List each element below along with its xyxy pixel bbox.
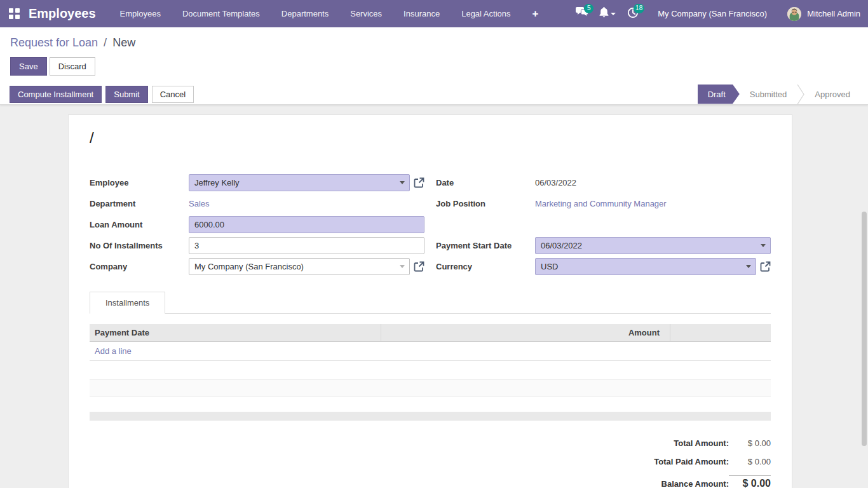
external-link-icon[interactable]: [414, 261, 424, 272]
payment-start-date-input[interactable]: [535, 237, 771, 254]
column-header-amount[interactable]: Amount: [381, 324, 670, 341]
total-amount-label: Total Amount:: [674, 438, 729, 448]
notebook: Installments Payment Date Amount Add a l…: [90, 292, 771, 421]
breadcrumb-parent-link[interactable]: Request for Loan: [10, 36, 98, 49]
breadcrumb: Request for Loan / New: [10, 36, 858, 50]
form-statusbar: Compute Installment Submit Cancel Draft …: [0, 84, 868, 105]
balance-amount-label: Balance Amount:: [661, 479, 729, 488]
nav-item-departments[interactable]: Departments: [281, 9, 329, 18]
field-department: Department Sales: [90, 193, 424, 214]
installments-count-label: No Of Installments: [90, 241, 189, 250]
currency-label: Currency: [436, 262, 535, 271]
department-label: Department: [90, 199, 189, 208]
company-label: Company: [90, 262, 189, 271]
app-name[interactable]: Employees: [29, 6, 96, 21]
total-paid-amount-label: Total Paid Amount:: [654, 457, 729, 466]
field-date: Date 06/03/2022: [436, 172, 771, 193]
loan-amount-label: Loan Amount: [90, 220, 189, 229]
save-button[interactable]: Save: [10, 57, 47, 76]
field-employee: Employee: [90, 172, 424, 193]
cancel-button[interactable]: Cancel: [152, 86, 194, 103]
total-amount-value: $ 0.00: [729, 438, 771, 448]
installments-count-input[interactable]: [189, 237, 424, 254]
compute-installment-button[interactable]: Compute Installment: [10, 86, 102, 103]
field-job-position: Job Position Marketing and Community Man…: [436, 193, 771, 214]
top-navbar: Employees Employees Document Templates D…: [0, 0, 868, 27]
messages-badge: 5: [584, 4, 593, 13]
installments-table: Payment Date Amount Add a line: [90, 324, 771, 421]
nav-menus: Employees Document Templates Departments…: [120, 9, 511, 18]
nav-add-menu-button[interactable]: +: [532, 8, 539, 20]
record-name[interactable]: /: [90, 129, 771, 147]
employee-input[interactable]: [189, 174, 410, 191]
status-step-approved[interactable]: Approved: [804, 85, 860, 104]
nav-item-document-templates[interactable]: Document Templates: [182, 9, 260, 18]
breadcrumb-separator: /: [104, 36, 107, 49]
job-position-label: Job Position: [436, 199, 535, 208]
external-link-icon[interactable]: [414, 177, 424, 188]
form-left-column: Employee: [90, 172, 424, 277]
status-pipeline: Draft Submitted Approved: [698, 85, 860, 104]
loan-amount-input[interactable]: [189, 216, 424, 233]
total-paid-amount-value: $ 0.00: [729, 457, 771, 466]
table-header-row: Payment Date Amount: [90, 324, 771, 342]
total-paid-amount-row: Total Paid Amount: $ 0.00: [90, 457, 771, 466]
field-currency: Currency: [436, 256, 771, 277]
user-avatar: [787, 7, 801, 21]
breadcrumb-current: New: [112, 36, 135, 49]
employee-label: Employee: [90, 178, 189, 187]
discard-button[interactable]: Discard: [50, 57, 95, 76]
department-value-link[interactable]: Sales: [189, 199, 210, 208]
nav-item-services[interactable]: Services: [350, 9, 382, 18]
empty-stripe-row: [90, 379, 771, 397]
field-loan-amount: Loan Amount: [90, 214, 424, 235]
column-header-trailing: [670, 324, 771, 341]
add-a-line-link[interactable]: Add a line: [95, 346, 132, 356]
activities-button[interactable]: 18: [623, 4, 642, 24]
form-sheet: / Employee: [68, 114, 792, 488]
user-name: Mitchell Admin: [807, 9, 860, 18]
column-header-payment-date[interactable]: Payment Date: [90, 324, 381, 341]
company-switcher[interactable]: My Company (San Francisco): [658, 9, 767, 18]
balance-amount-value: $ 0.00: [729, 475, 771, 488]
submit-button[interactable]: Submit: [105, 86, 147, 103]
chevron-right-icon: [797, 85, 804, 104]
nav-item-legal-actions[interactable]: Legal Actions: [461, 9, 510, 18]
messages-button[interactable]: 5: [573, 4, 592, 24]
field-installments-count: No Of Installments: [90, 235, 424, 256]
content-area: / Employee: [0, 105, 868, 488]
vertical-scrollbar[interactable]: [862, 212, 867, 446]
status-step-submitted[interactable]: Submitted: [740, 85, 797, 104]
table-gap: [90, 397, 771, 412]
job-position-value-link[interactable]: Marketing and Community Manager: [535, 199, 667, 208]
tab-installments[interactable]: Installments: [90, 292, 165, 314]
record-action-buttons: Save Discard: [10, 57, 858, 76]
user-menu[interactable]: Mitchell Admin: [787, 7, 860, 21]
tab-bar: Installments: [90, 292, 771, 314]
form-fields: Employee: [90, 172, 771, 277]
bell-icon: [599, 7, 609, 20]
totals-section: Total Amount: $ 0.00 Total Paid Amount: …: [90, 438, 771, 488]
nav-right-section: 5 18 My Company (San Francisco): [573, 4, 860, 24]
nav-item-employees[interactable]: Employees: [120, 9, 161, 18]
form-right-column: Date 06/03/2022 Job Position Marketing a…: [436, 172, 771, 277]
company-input[interactable]: [189, 258, 410, 275]
nav-item-insurance[interactable]: Insurance: [403, 9, 440, 18]
apps-grid-icon[interactable]: [9, 8, 20, 19]
table-gap: [90, 361, 771, 379]
notifications-button[interactable]: [598, 4, 617, 24]
field-payment-start-date: Payment Start Date: [436, 235, 771, 256]
total-amount-row: Total Amount: $ 0.00: [90, 438, 771, 448]
external-link-icon[interactable]: [760, 261, 771, 272]
add-line-row: Add a line: [90, 342, 771, 361]
table-footer-strip: [90, 412, 771, 421]
payment-start-date-label: Payment Start Date: [436, 241, 535, 250]
caret-down-icon: [611, 13, 616, 15]
activities-badge: 18: [634, 4, 644, 13]
status-step-draft[interactable]: Draft: [698, 85, 740, 104]
control-panel: Request for Loan / New Save Discard: [0, 27, 868, 84]
date-label: Date: [436, 178, 535, 187]
field-spacer: [436, 214, 771, 235]
field-company: Company: [90, 256, 424, 277]
currency-input[interactable]: [535, 258, 756, 275]
